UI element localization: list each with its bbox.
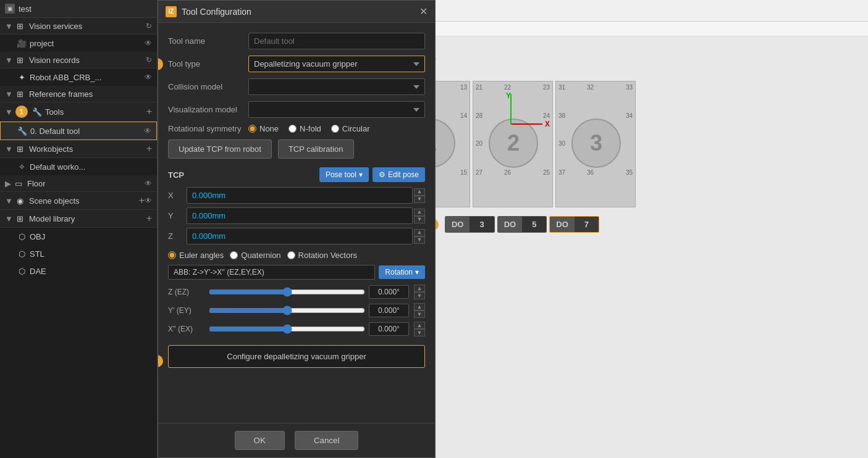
y-ey-up-btn[interactable]: ▲ [414, 303, 425, 310]
section-workobjects[interactable]: ▼ ⊞ Workobjects + [0, 140, 157, 158]
visibility-project-btn[interactable]: 👁 [145, 39, 152, 48]
x-up-btn[interactable]: ▲ [414, 188, 425, 196]
tree-item-project[interactable]: 🎥 project 👁 [0, 35, 157, 52]
section-tools[interactable]: ▼ 1 🔧 Tools + [0, 102, 157, 122]
section-model-library[interactable]: ▼ ⊞ Model library + [0, 210, 157, 228]
rotation-vectors-option[interactable]: Rotation Vectors [287, 251, 357, 260]
z-input[interactable] [187, 228, 413, 244]
quaternion-option[interactable]: Quaternion [230, 251, 280, 260]
tree-item-obj[interactable]: ⬡ OBJ [0, 228, 157, 245]
symmetry-nfold-radio[interactable] [289, 125, 297, 133]
tcp-calibration-btn[interactable]: TCP calibration [278, 139, 354, 159]
quaternion-radio[interactable] [230, 251, 238, 259]
scene-objects-label: Scene objects [29, 196, 139, 206]
panel3-num-bl2: 37 [558, 169, 565, 176]
panel3-num-br2: 35 [626, 169, 633, 176]
cancel-btn[interactable]: Cancel [295, 431, 359, 450]
panel3-circle: 3 [571, 119, 621, 168]
expand-tools-icon[interactable]: ▼ [5, 107, 13, 117]
euler-radio[interactable] [168, 251, 176, 259]
symmetry-circular-radio[interactable] [331, 125, 339, 133]
x-input[interactable] [187, 187, 413, 204]
dialog-close-btn[interactable]: ✕ [419, 6, 428, 17]
do-label-2: DO [498, 217, 523, 232]
x-ex-slider[interactable] [209, 324, 365, 334]
visibility-tool-btn[interactable]: 👁 [144, 127, 151, 135]
expand-model-lib-icon[interactable]: ▼ [5, 214, 13, 223]
x-ex-down-btn[interactable]: ▼ [414, 329, 425, 336]
x-ex-value[interactable] [369, 322, 409, 336]
refresh-vision-services-btn[interactable]: ↻ [146, 22, 152, 30]
tree-item-dae[interactable]: ⬡ DAE [0, 262, 157, 280]
symmetry-none-option[interactable]: None [248, 124, 279, 133]
section-vision-records[interactable]: ▼ ⊞ Vision records ↻ [0, 52, 157, 69]
ok-btn[interactable]: OK [235, 431, 285, 450]
panel2-num-ml: 28 [476, 112, 482, 119]
x-axis-label: X [545, 120, 550, 128]
z-ez-down-btn[interactable]: ▼ [414, 292, 425, 299]
symmetry-nfold-option[interactable]: N-fold [289, 124, 321, 133]
euler-angles-option[interactable]: Euler angles [168, 251, 224, 260]
tree-item-stl[interactable]: ⬡ STL [0, 245, 157, 262]
visibility-scene-btn[interactable]: 👁 [145, 196, 152, 205]
section-vision-services[interactable]: ▼ ⊞ Vision services ↻ [0, 18, 157, 35]
visualization-model-select[interactable] [248, 101, 425, 118]
y-input[interactable] [187, 207, 413, 224]
z-up-btn[interactable]: ▲ [414, 229, 425, 236]
y-ey-value[interactable] [369, 304, 409, 317]
symmetry-none-radio[interactable] [248, 125, 256, 133]
y-ey-label: Y' (EY) [168, 306, 205, 315]
rotation-dropdown-btn[interactable]: Rotation ▾ [379, 265, 425, 279]
gripper-panel-3: 31 32 33 38 34 30 37 36 35 3 [555, 81, 636, 207]
y-up-btn[interactable]: ▲ [414, 209, 425, 216]
pose-tool-btn[interactable]: Pose tool ▾ [319, 167, 369, 182]
section-scene-objects[interactable]: ▼ ◉ Scene objects + 👁 [0, 192, 157, 210]
x-ex-up-btn[interactable]: ▲ [414, 322, 425, 329]
panel2-num-tm: 22 [504, 84, 511, 91]
y-spinner: ▲ ▼ [414, 209, 425, 223]
tool-icon: 🔧 [17, 125, 28, 136]
section-floor[interactable]: ▶ ▭ Floor 👁 [0, 175, 157, 192]
rotation-vectors-radio[interactable] [287, 251, 295, 259]
tree-item-robot-abb[interactable]: ✦ Robot ABB_CRB_... 👁 [0, 69, 157, 86]
add-model-btn[interactable]: + [146, 213, 152, 224]
expand-floor-icon[interactable]: ▶ [5, 179, 11, 188]
tree-item-default-workobj[interactable]: ✧ Default worko... [0, 158, 157, 175]
tool-name-input[interactable] [248, 33, 425, 49]
update-tcp-btn[interactable]: Update TCP from robot [168, 139, 272, 159]
tree-item-default-tool[interactable]: 🔧 0. Default tool 👁 [0, 122, 157, 140]
refresh-vision-records-btn[interactable]: ↻ [146, 56, 152, 64]
section-reference-frames[interactable]: ▼ ⊞ Reference frames [0, 86, 157, 102]
collision-model-select[interactable] [248, 78, 425, 95]
add-scene-btn[interactable]: + [139, 195, 145, 206]
expand-vision-records-icon[interactable]: ▼ [5, 56, 13, 65]
x-down-btn[interactable]: ▼ [414, 196, 425, 203]
do-label-1: DO [445, 217, 470, 232]
symmetry-circular-option[interactable]: Circular [331, 124, 370, 133]
configure-vacuum-btn[interactable]: Configure depalletizing vacuum gripper [168, 345, 425, 368]
y-down-btn[interactable]: ▼ [414, 216, 425, 223]
z-ez-spinner: ▲ ▼ [414, 285, 425, 299]
add-tool-btn[interactable]: + [146, 106, 152, 117]
y-ey-down-btn[interactable]: ▼ [414, 310, 425, 318]
expand-scene-icon[interactable]: ▼ [5, 196, 13, 206]
tools-step-badge: 1 [15, 106, 28, 118]
formula-select[interactable]: ABB: Z->Y'->X'' (EZ,EY,EX) [168, 265, 375, 280]
workobjects-icon: ⊞ [15, 144, 25, 154]
expand-vision-services-icon[interactable]: ▼ [5, 22, 13, 31]
visibility-robot-btn[interactable]: 👁 [145, 73, 152, 81]
add-workobject-btn[interactable]: + [146, 143, 152, 154]
expand-ref-frames-icon[interactable]: ▼ [5, 90, 13, 99]
z-down-btn[interactable]: ▼ [414, 236, 425, 244]
z-ez-up-btn[interactable]: ▲ [414, 285, 425, 292]
y-ey-slider[interactable] [209, 306, 365, 315]
z-ez-value[interactable] [369, 285, 409, 299]
visibility-floor-btn[interactable]: 👁 [145, 179, 152, 188]
tool-type-select[interactable]: Depalletizing vacuum gripper Generic too… [248, 56, 425, 72]
panel1-num-br2: 15 [460, 169, 467, 176]
app-title: test [19, 4, 32, 14]
floor-label: Floor [27, 179, 145, 188]
edit-pose-btn[interactable]: ⚙ Edit pose [373, 167, 425, 182]
expand-workobjects-icon[interactable]: ▼ [5, 144, 13, 154]
z-ez-slider[interactable] [209, 287, 365, 297]
